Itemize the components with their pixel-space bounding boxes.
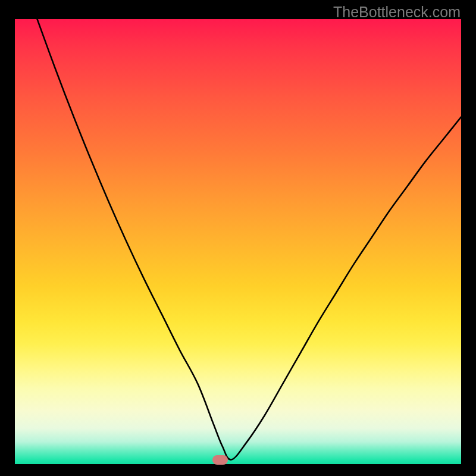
plot-area xyxy=(15,19,461,464)
chart-frame: TheBottleneck.com xyxy=(0,0,476,476)
bottleneck-curve xyxy=(15,19,461,464)
curve-path xyxy=(37,19,462,460)
optimum-marker xyxy=(212,455,228,465)
watermark-text: TheBottleneck.com xyxy=(333,4,461,21)
